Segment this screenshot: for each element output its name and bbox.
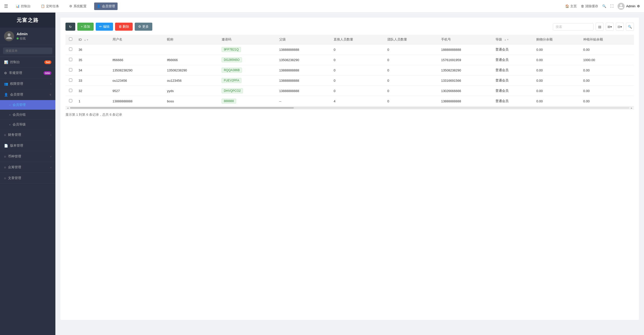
sidebar-item-crowdfunding[interactable]: ○ 众筹管理 ‹ (0, 162, 55, 173)
search-icon: 🔍 (628, 25, 632, 29)
scroll-right-arrow[interactable]: ► (630, 107, 633, 109)
finance-menu-icon: ○ (4, 133, 6, 137)
data-table: ID ▲▼ 用户名 昵称 邀请码 父级 直推人员数量 团队人员数量 手机号 等级 (65, 35, 634, 106)
expand-icon: ⛶ (610, 4, 614, 8)
sidebar-item-version[interactable]: 📄 版本管理 (0, 140, 55, 151)
search-menu-input[interactable] (3, 48, 52, 54)
cell-invite-code: FUEV2PFA (219, 75, 276, 86)
cell-team-count: 0 (384, 75, 438, 86)
cell-team-count: 0 (384, 65, 438, 75)
table-wrapper: ID ▲▼ 用户名 昵称 邀请码 父级 直推人员数量 团队人员数量 手机号 等级 (65, 35, 634, 106)
cell-shop-balance: 0.00 (533, 75, 580, 86)
expand-link[interactable]: ⛶ (610, 4, 614, 8)
header-level[interactable]: 等级 ▲▼ (492, 35, 533, 45)
sidebar-label-general: 常规管理 (9, 71, 22, 75)
top-nav: ☰ 📊 控制台 📋 定时任务 ⚙ 系统配置 👤 会员管理 🏠 主页 🗑 清除缓存… (0, 0, 644, 13)
row-checkbox-3[interactable] (69, 78, 72, 82)
permission-arrow-icon: ‹ (50, 82, 51, 85)
hamburger-icon[interactable]: ☰ (4, 4, 8, 9)
cell-phone: 13026666666 (438, 86, 493, 96)
table-view-button[interactable]: ▤ (596, 23, 604, 31)
permission-menu-icon: 👥 (4, 82, 8, 86)
row-checkbox-2[interactable] (69, 68, 72, 71)
refresh-button[interactable]: ↻ (65, 23, 75, 31)
row-checkbox-1[interactable] (69, 58, 72, 61)
toolbar-right: ▤ ⊞▾ ⊟▾ 🔍 (553, 23, 634, 31)
header-username: 用户名 (110, 35, 164, 45)
header-direct-count: 直推人员数量 (331, 35, 384, 45)
select-all-checkbox[interactable] (69, 37, 72, 41)
search-button[interactable]: 🔍 (626, 23, 634, 31)
cell-level: 普通会员 (492, 75, 533, 86)
search-box (553, 23, 594, 30)
invite-code-badge: RQQA386B (222, 68, 242, 73)
cell-shop-balance: 0.00 (533, 96, 580, 106)
config-icon: ⚙ (69, 4, 72, 8)
member-icon: 👤 (97, 4, 101, 8)
columns-button[interactable]: ⊟▾ (616, 23, 624, 31)
currency-menu-icon: ○ (4, 155, 6, 158)
admin-area[interactable]: Admin ⚙ (618, 3, 640, 10)
nav-item-member[interactable]: 👤 会员管理 (94, 3, 118, 10)
cell-parent: 13888888888 (276, 45, 331, 55)
cell-plant-balance: 0.00 (580, 45, 634, 55)
cell-phone: 13888888888 (438, 96, 493, 106)
row-checkbox-cell (65, 86, 76, 96)
sidebar-item-currency[interactable]: ○ 币种管理 ‹ (0, 151, 55, 162)
member-mgmt-arrow-icon: ∨ (49, 93, 51, 96)
currency-arrow-icon: ‹ (50, 155, 51, 158)
search-input[interactable] (553, 23, 593, 30)
row-checkbox-0[interactable] (69, 48, 72, 51)
search-top-link[interactable]: 🔍 (602, 4, 606, 8)
sidebar-item-finance[interactable]: ○ 财务管理 ‹ (0, 130, 55, 140)
sidebar-item-article[interactable]: ○ 文章管理 (0, 173, 55, 184)
grid-view-button[interactable]: ⊞▾ (606, 23, 614, 31)
row-checkbox-5[interactable] (69, 99, 72, 102)
cell-invite-code: 9FP7B21Q (219, 45, 276, 55)
scroll-left-arrow[interactable]: ◄ (66, 107, 69, 109)
sidebar-subitem-member-group[interactable]: 会员分组 (0, 110, 55, 120)
nav-item-cron[interactable]: 📋 定时任务 (38, 3, 62, 10)
edit-button[interactable]: ✏ 编辑 (96, 23, 113, 31)
cell-team-count: 0 (384, 96, 438, 106)
cell-phone: 13316691566 (438, 75, 493, 86)
content-area: ↻ + 添加 ✏ 编辑 🗑 删除 ⚙ 更多 ▤ ⊞▾ (55, 13, 644, 335)
header-id[interactable]: ID ▲▼ (76, 35, 110, 45)
cell-plant-balance: 0.00 (580, 86, 634, 96)
sidebar-item-permission[interactable]: 👥 权限管理 ‹ (0, 78, 55, 89)
cell-invite-code: DHVQPCO2 (219, 86, 276, 96)
header-plant-balance: 种植补贴余额 (580, 35, 634, 45)
row-checkbox-4[interactable] (69, 89, 72, 92)
header-phone: 手机号 (438, 35, 493, 45)
scroll-thumb[interactable] (70, 107, 294, 109)
scroll-track[interactable] (70, 107, 629, 109)
more-button[interactable]: ⚙ 更多 (135, 23, 152, 31)
table-row: 34 13508238290 13508238290 RQQA386B 1388… (65, 65, 634, 75)
cell-phone: 13508238290 (438, 65, 493, 75)
table-scroll-bar[interactable]: ◄ ► (65, 106, 634, 109)
delete-button[interactable]: 🗑 删除 (115, 23, 133, 31)
header-shop-balance: 购物分余额 (533, 35, 580, 45)
sidebar-label-article: 文章管理 (8, 176, 21, 180)
header-nickname: 昵称 (164, 35, 219, 45)
add-button[interactable]: + 添加 (77, 23, 94, 31)
sidebar-label-version: 版本管理 (10, 143, 23, 148)
clear-cache-link[interactable]: 🗑 清除缓存 (581, 4, 598, 9)
cell-nickname: boss (164, 96, 219, 106)
top-nav-right: 🏠 主页 🗑 清除缓存 🔍 ⛶ Admin ⚙ (565, 3, 640, 10)
sidebar-item-member-mgmt[interactable]: 👤 会员管理 ∨ (0, 89, 55, 100)
nav-item-dashboard[interactable]: 📊 控制台 (13, 3, 33, 10)
cell-invite-code: 888888 (219, 96, 276, 106)
sidebar-item-general[interactable]: ⚙ 常规管理 new (0, 68, 55, 78)
table-header: ID ▲▼ 用户名 昵称 邀请码 父级 直推人员数量 团队人员数量 手机号 等级 (65, 35, 634, 45)
hot-badge: hot (44, 60, 51, 64)
cell-invite-code: DG285N5O (219, 55, 276, 65)
header-checkbox (65, 35, 76, 45)
sidebar-item-dashboard[interactable]: 📊 控制台 hot (0, 57, 55, 68)
sidebar-subitem-member-list[interactable]: 会员管理 (0, 100, 55, 110)
nav-item-config[interactable]: ⚙ 系统配置 (67, 3, 89, 10)
sidebar: 元富之路 Admin 在线 📊 控制台 hot (0, 13, 55, 335)
home-link[interactable]: 🏠 主页 (565, 4, 577, 9)
clear-icon: 🗑 (581, 4, 584, 8)
sidebar-subitem-member-level[interactable]: 会员等级 (0, 120, 55, 130)
